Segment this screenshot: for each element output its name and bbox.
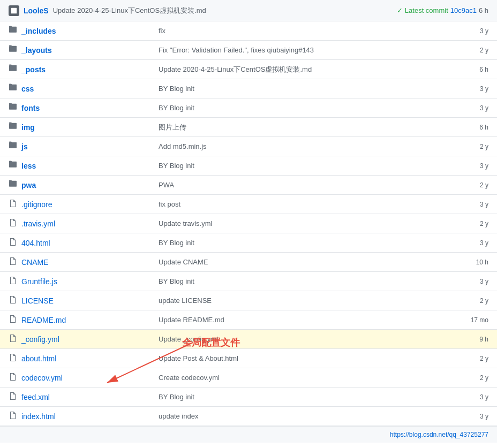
- file-name[interactable]: _posts: [21, 65, 46, 74]
- commit-message: BY Blog init: [150, 101, 454, 115]
- folder-icon: [9, 83, 17, 94]
- file-name[interactable]: pwa: [21, 181, 36, 189]
- file-name[interactable]: css: [21, 85, 34, 93]
- commit-message: Update Post & About.html: [150, 351, 454, 366]
- time-cell: 2 y: [454, 352, 497, 366]
- file-icon: [9, 315, 17, 325]
- commit-message: update index: [150, 409, 454, 423]
- file-name[interactable]: LICENSE: [21, 297, 54, 305]
- file-name[interactable]: Gruntfile.js: [21, 277, 57, 286]
- latest-commit-label: Latest commit: [405, 6, 448, 14]
- commit-message: BY Blog init: [150, 274, 454, 288]
- file-icon: [9, 334, 17, 344]
- file-cell: 404.html: [0, 234, 150, 251]
- file-row: codecov.ymlCreate codecov.yml2 y: [0, 368, 497, 388]
- file-row: .gitignorefix post3 y: [0, 195, 497, 214]
- file-name[interactable]: README.md: [21, 316, 66, 324]
- file-icon: [9, 257, 17, 267]
- time-cell: 3 y: [454, 159, 497, 173]
- check-icon: ✓: [397, 6, 403, 14]
- time-cell: 3 y: [454, 101, 497, 115]
- file-cell: pwa: [0, 177, 150, 193]
- commit-message: Update CNAME: [150, 255, 454, 269]
- file-name[interactable]: 404.html: [21, 239, 50, 247]
- file-row: img图片上传6 h: [0, 118, 497, 137]
- file-cell: _layouts: [0, 42, 150, 58]
- commit-message: Add md5.min.js: [150, 139, 454, 154]
- time-cell: 2 y: [454, 294, 497, 308]
- file-cell: _posts: [0, 61, 150, 78]
- file-icon: [9, 276, 17, 286]
- folder-icon: [9, 103, 17, 113]
- file-cell: Gruntfile.js: [0, 273, 150, 290]
- folder-icon: [9, 64, 17, 74]
- file-row: lessBY Blog init3 y: [0, 156, 497, 176]
- file-row: cssBY Blog init3 y: [0, 79, 497, 98]
- time-cell: 2 y: [454, 43, 497, 57]
- file-name[interactable]: js: [21, 142, 28, 151]
- time-cell: 17 mo: [454, 313, 497, 327]
- file-cell: README.md: [0, 312, 150, 328]
- file-row: _includesfix3 y: [0, 21, 497, 41]
- annotation-container: _includesfix3 y _layoutsFix "Error: Vali…: [0, 21, 497, 426]
- file-name[interactable]: .gitignore: [21, 200, 52, 209]
- file-icon: [9, 411, 17, 421]
- file-row: _layoutsFix "Error: Validation Failed.",…: [0, 41, 497, 60]
- file-name[interactable]: .travis.yml: [21, 219, 55, 228]
- file-name[interactable]: about.html: [21, 354, 56, 363]
- time-cell: 2 y: [454, 371, 497, 385]
- repo-icon: [9, 5, 19, 16]
- folder-icon: [9, 161, 17, 171]
- file-row: .travis.ymlUpdate travis.yml2 y: [0, 214, 497, 233]
- file-name[interactable]: feed.xml: [21, 393, 50, 401]
- file-icon: [9, 295, 17, 306]
- file-row: _postsUpdate 2020-4-25-Linux下CentOS虚拟机安装…: [0, 60, 497, 79]
- file-row: 404.htmlBY Blog init3 y: [0, 233, 497, 253]
- file-row: pwaPWA2 y: [0, 176, 497, 195]
- commit-message: update LICENSE: [150, 293, 454, 308]
- file-name[interactable]: fonts: [21, 104, 40, 112]
- file-row: feed.xmlBY Blog init3 y: [0, 388, 497, 407]
- time-cell: 2 y: [454, 140, 497, 154]
- time-cell: 3 y: [454, 390, 497, 404]
- file-cell: js: [0, 138, 150, 155]
- folder-icon: [9, 45, 17, 55]
- time-cell: 3 y: [454, 82, 497, 96]
- file-cell: _config.yml: [0, 331, 150, 347]
- file-name[interactable]: index.html: [21, 412, 56, 421]
- folder-icon: [9, 141, 17, 151]
- file-name[interactable]: codecov.yml: [21, 374, 63, 382]
- footer-link[interactable]: https://blog.csdn.net/qq_43725277: [0, 426, 497, 443]
- file-row: index.htmlupdate index3 y: [0, 407, 497, 426]
- file-name[interactable]: CNAME: [21, 258, 49, 267]
- header-commit-message: Update 2020-4-25-Linux下CentOS虚拟机安装.md: [53, 6, 206, 16]
- file-row: jsAdd md5.min.js2 y: [0, 137, 497, 156]
- file-icon: [9, 238, 17, 248]
- commit-message: BY Blog init: [150, 236, 454, 250]
- commit-message: PWA: [150, 178, 454, 192]
- file-name[interactable]: _config.yml: [21, 335, 59, 344]
- header-bar: LooleS Update 2020-4-25-Linux下CentOS虚拟机安…: [0, 0, 497, 21]
- commit-message: Update README.md: [150, 313, 454, 327]
- file-row: CNAMEUpdate CNAME10 h: [0, 253, 497, 272]
- file-name[interactable]: _layouts: [21, 46, 52, 55]
- header-left: LooleS Update 2020-4-25-Linux下CentOS虚拟机安…: [9, 5, 206, 16]
- time-cell: 3 y: [454, 275, 497, 288]
- file-icon: [9, 373, 17, 383]
- file-name[interactable]: _includes: [21, 27, 56, 35]
- time-cell: 9 h: [454, 332, 497, 346]
- file-row: fontsBY Blog init3 y: [0, 98, 497, 118]
- file-name[interactable]: img: [21, 123, 35, 132]
- file-cell: .gitignore: [0, 196, 150, 212]
- time-cell: 3 y: [454, 236, 497, 250]
- time-cell: 2 y: [454, 178, 497, 192]
- header-commit: ✓ Latest commit 10c9ac1 6 h: [397, 6, 488, 14]
- commit-message: 图片上传: [150, 119, 454, 135]
- time-cell: 3 y: [454, 24, 497, 38]
- commit-hash[interactable]: 10c9ac1: [450, 6, 477, 14]
- file-cell: _includes: [0, 22, 150, 39]
- file-row: about.htmlUpdate Post & About.html2 y: [0, 349, 497, 368]
- file-name[interactable]: less: [21, 162, 36, 170]
- header-title[interactable]: LooleS: [24, 6, 49, 15]
- folder-icon: [9, 180, 17, 190]
